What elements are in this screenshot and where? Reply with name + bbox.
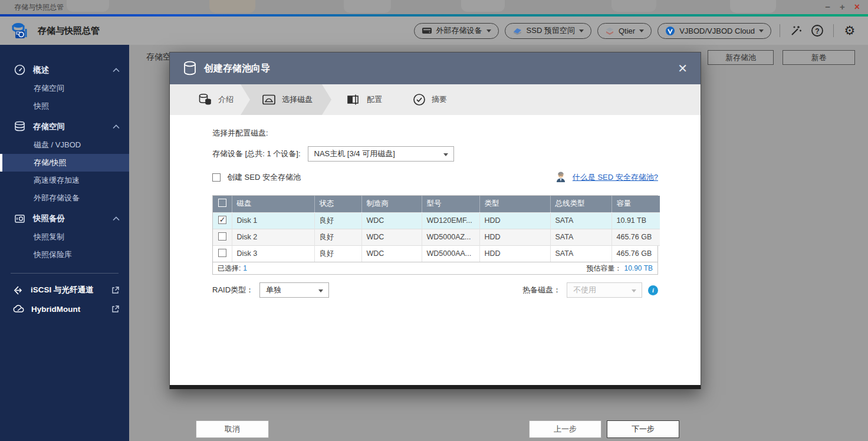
- cell-disk: Disk 3: [232, 245, 314, 262]
- estimated-capacity-label: 预估容量：: [587, 264, 622, 274]
- sed-checkbox[interactable]: [212, 173, 221, 182]
- chevron-up-icon: [113, 65, 120, 74]
- step-select-disks: 选择磁盘: [241, 84, 331, 115]
- selected-raid-type: 单独: [266, 285, 281, 295]
- storage-stack-icon: [14, 121, 25, 132]
- external-storage-devices-button[interactable]: 外部存储设备: [414, 23, 499, 39]
- vjbod-button[interactable]: VJBOD/VJBOD Cloud: [657, 23, 771, 39]
- chevron-up-icon: [113, 214, 120, 223]
- magic-wand-icon[interactable]: [788, 23, 804, 38]
- column-header-capacity[interactable]: 容量: [611, 196, 660, 212]
- cell-disk: Disk 2: [232, 229, 314, 245]
- selected-count-label: 已选择:: [218, 264, 241, 274]
- cell-type: HDD: [479, 212, 550, 229]
- cell-status: 良好: [314, 229, 361, 245]
- storage-device-select[interactable]: NAS主机 [3/4 可用磁盘]: [308, 146, 454, 162]
- iscsi-icon: [13, 285, 24, 296]
- cell-manufacturer: WDC: [361, 229, 422, 245]
- section-label: 选择并配置磁盘:: [212, 115, 658, 139]
- raid-type-select[interactable]: 单独: [259, 282, 329, 298]
- sidebar-item-storage-space[interactable]: 存储空间: [0, 80, 129, 97]
- cell-status: 良好: [314, 212, 361, 229]
- column-header-manufacturer[interactable]: 制造商: [361, 196, 422, 212]
- sed-help-link[interactable]: 什么是 SED 安全存储池?: [573, 172, 658, 183]
- window-titlebar: 存储与快照总管 − + ×: [0, 0, 868, 14]
- step-label: 摘要: [432, 94, 447, 105]
- gear-icon[interactable]: ⚙: [842, 23, 857, 38]
- ssd-icon: [512, 27, 522, 35]
- cell-status: 良好: [314, 245, 361, 262]
- table-row[interactable]: Disk 2 良好 WDC WD5000AZ... HDD SATA 465.7…: [213, 229, 660, 245]
- dialog-close-icon[interactable]: ✕: [678, 62, 688, 74]
- sidebar-item-disks-vjbod[interactable]: 磁盘 / VJBOD: [0, 136, 129, 154]
- expert-icon: [554, 170, 568, 185]
- dialog-bottom-edge: [170, 385, 701, 389]
- column-header-bus-type[interactable]: 总线类型: [550, 196, 611, 212]
- cell-bus-type: SATA: [550, 212, 611, 229]
- sidebar-group-snapshot-backup[interactable]: 快照备份: [0, 209, 129, 228]
- app-logo-icon: [11, 21, 31, 41]
- table-header-row: 磁盘 状态 制造商 型号 类型 总线类型 容量: [213, 196, 660, 212]
- sidebar-item-snapshot-replica[interactable]: 快照复制: [0, 228, 129, 246]
- chevron-up-icon: [113, 122, 120, 131]
- sidebar-link-iscsi[interactable]: iSCSI 与光纤通道: [0, 281, 129, 300]
- table-row[interactable]: Disk 3 良好 WDC WD5000AA... HDD SATA 465.7…: [213, 245, 660, 262]
- sidebar-item-snapshot-vault[interactable]: 快照保险库: [0, 246, 129, 264]
- cell-bus-type: SATA: [550, 229, 611, 245]
- table-row[interactable]: Disk 1 良好 WDC WD120EMF... HDD SATA 10.91…: [213, 212, 660, 229]
- sidebar-link-hybridmount[interactable]: HybridMount: [0, 300, 129, 318]
- dialog-header: 创建存储池向导 ✕: [170, 52, 701, 84]
- sidebar-item-external-storage[interactable]: 外部存储设备: [0, 189, 129, 207]
- cancel-button[interactable]: 取消: [196, 420, 269, 438]
- sidebar-link-label: HybridMount: [31, 305, 80, 314]
- column-header-type[interactable]: 类型: [479, 196, 550, 212]
- cell-model: WD5000AA...: [422, 245, 479, 262]
- accent-gradient-bar: [0, 14, 868, 17]
- app-title: 存储与快照总管: [38, 25, 100, 37]
- selected-device: NAS主机 [3/4 可用磁盘]: [314, 149, 395, 159]
- column-header-disk[interactable]: 磁盘: [232, 196, 314, 212]
- column-header-status[interactable]: 状态: [314, 196, 361, 212]
- window-close-button[interactable]: ×: [854, 1, 860, 13]
- raid-type-label: RAID类型：: [212, 285, 254, 295]
- cell-model: WD5000AZ...: [422, 229, 479, 245]
- qtier-button[interactable]: Qtier: [597, 23, 652, 39]
- step-label: 配置: [367, 94, 382, 105]
- gauge-icon: [14, 64, 25, 75]
- new-volume-button[interactable]: 新卷: [782, 50, 855, 65]
- sidebar-group-label: 存储空间: [33, 121, 65, 132]
- hot-spare-label: 热备磁盘：: [522, 285, 561, 295]
- maximize-button[interactable]: +: [840, 1, 845, 13]
- sidebar-item-cache-acceleration[interactable]: 高速缓存加速: [0, 172, 129, 189]
- cell-type: HDD: [479, 229, 550, 245]
- snapshot-camera-icon: [14, 213, 25, 224]
- chevron-down-icon: [632, 289, 636, 292]
- info-icon[interactable]: i: [648, 285, 658, 295]
- new-storage-pool-button[interactable]: 新存储池: [708, 50, 774, 65]
- previous-button[interactable]: 上一步: [529, 420, 601, 438]
- select-all-checkbox[interactable]: [218, 199, 226, 207]
- minimize-button[interactable]: −: [825, 1, 830, 13]
- vjbod-icon: [665, 26, 675, 36]
- desktop-icon-ghost: [67, 0, 109, 12]
- window-title: 存储与快照总管: [14, 2, 64, 12]
- sidebar-item-snapshot[interactable]: 快照: [0, 97, 129, 115]
- sidebar-item-storage-snapshots[interactable]: 存储/快照: [0, 154, 129, 172]
- row-checkbox[interactable]: [218, 232, 226, 241]
- ssd-profiling-button[interactable]: SSD 预留空间: [505, 23, 591, 39]
- desktop-icon-ghost: [209, 0, 255, 13]
- next-button[interactable]: 下一步: [607, 420, 679, 438]
- chevron-down-icon: [486, 29, 491, 32]
- help-icon[interactable]: ?: [810, 23, 825, 38]
- sidebar-group-overview[interactable]: 概述: [0, 60, 129, 80]
- row-checkbox[interactable]: [218, 249, 226, 257]
- row-checkbox[interactable]: [218, 216, 226, 224]
- step-introduction: 介绍: [183, 84, 249, 115]
- column-header-model[interactable]: 型号: [422, 196, 479, 212]
- cell-capacity: 465.76 GB: [611, 245, 660, 262]
- cloud-icon: [13, 304, 25, 314]
- sidebar-group-storage[interactable]: 存储空间: [0, 117, 129, 136]
- cell-disk: Disk 1: [232, 212, 314, 229]
- gear-glyph: ⚙: [844, 23, 856, 38]
- button-label: 外部存储设备: [436, 25, 482, 36]
